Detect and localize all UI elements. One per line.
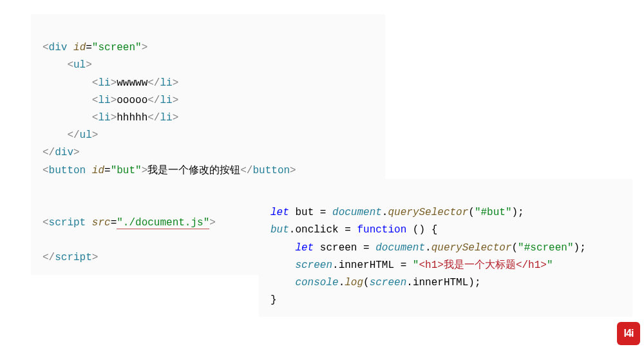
code-line: <div id="screen"> [43, 42, 147, 53]
code-line: <li>hhhhh</li> [43, 112, 178, 124]
code-line: <li>ooooo</li> [43, 95, 178, 106]
brand-logo-text: l4i [624, 328, 634, 339]
code-line: but.onclick = function () { [270, 224, 437, 236]
code-line: let screen = document.querySelector("#sc… [270, 242, 586, 254]
code-line [43, 234, 49, 246]
code-line: <li>wwwww</li> [43, 77, 178, 89]
code-line: <button id="but">我是一个修改的按钮</button> [43, 165, 296, 176]
code-line: <ul> [43, 59, 92, 71]
brand-logo: l4i [617, 322, 640, 345]
code-line: </div> [43, 147, 80, 158]
code-line [43, 200, 49, 211]
code-line: </script> [43, 252, 98, 263]
code-line: screen.innerHTML = "<h1>我是一个大标题</h1>" [270, 259, 553, 271]
code-line [43, 182, 49, 194]
code-line: </ul> [43, 129, 98, 141]
code-line: <script src="./document.js"> [43, 217, 216, 229]
code-line: console.log(screen.innerHTML); [270, 277, 481, 288]
code-line: } [270, 294, 277, 306]
code-line: let but = document.querySelector("#but")… [270, 207, 524, 218]
js-code-block: let but = document.querySelector("#but")… [259, 179, 632, 317]
